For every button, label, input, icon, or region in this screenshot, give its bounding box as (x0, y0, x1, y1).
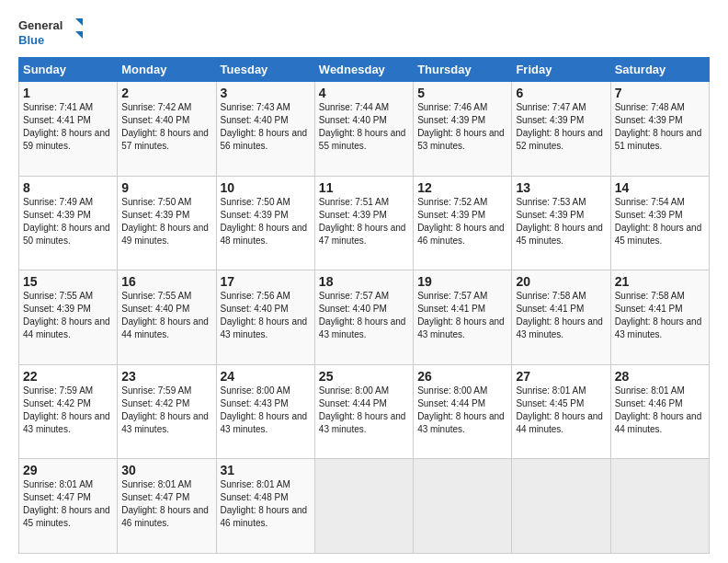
day-info: Sunrise: 7:58 AMSunset: 4:41 PMDaylight:… (516, 291, 603, 339)
day-info: Sunrise: 7:57 AMSunset: 4:40 PMDaylight:… (319, 291, 406, 339)
svg-text:General: General (18, 18, 63, 32)
day-number: 17 (221, 274, 311, 289)
svg-text:Blue: Blue (18, 33, 44, 47)
day-info: Sunrise: 7:44 AMSunset: 4:40 PMDaylight:… (319, 102, 406, 151)
day-number: 25 (319, 369, 409, 384)
day-number: 31 (221, 463, 311, 477)
calendar-cell (512, 459, 610, 554)
day-number: 3 (221, 86, 311, 100)
day-info: Sunrise: 8:00 AMSunset: 4:43 PMDaylight:… (221, 385, 308, 434)
weekday-header-cell: Saturday (610, 58, 709, 82)
day-info: Sunrise: 7:41 AMSunset: 4:41 PMDaylight:… (23, 102, 110, 151)
day-number: 29 (23, 463, 113, 477)
day-number: 22 (23, 369, 113, 384)
calendar-cell: 7 Sunrise: 7:48 AMSunset: 4:39 PMDayligh… (610, 82, 709, 177)
calendar-cell (414, 459, 512, 554)
day-info: Sunrise: 7:50 AMSunset: 4:39 PMDaylight:… (121, 197, 209, 246)
calendar-cell: 25 Sunrise: 8:00 AMSunset: 4:44 PMDaylig… (314, 364, 413, 459)
calendar-cell: 4 Sunrise: 7:44 AMSunset: 4:40 PMDayligh… (314, 82, 413, 177)
weekday-header-row: SundayMondayTuesdayWednesdayThursdayFrid… (19, 58, 710, 82)
calendar-cell (610, 459, 709, 554)
calendar-cell: 22 Sunrise: 7:59 AMSunset: 4:42 PMDaylig… (19, 364, 118, 459)
day-info: Sunrise: 7:56 AMSunset: 4:40 PMDaylight:… (221, 291, 308, 339)
day-number: 15 (23, 274, 113, 289)
day-info: Sunrise: 7:43 AMSunset: 4:40 PMDaylight:… (221, 102, 308, 151)
calendar-cell: 20 Sunrise: 7:58 AMSunset: 4:41 PMDaylig… (512, 270, 610, 365)
day-number: 21 (615, 274, 705, 289)
day-number: 2 (121, 86, 211, 100)
calendar-cell: 31 Sunrise: 8:01 AMSunset: 4:48 PMDaylig… (216, 459, 314, 554)
day-number: 27 (516, 369, 606, 384)
calendar-week-row: 29 Sunrise: 8:01 AMSunset: 4:47 PMDaylig… (19, 459, 710, 554)
day-info: Sunrise: 7:58 AMSunset: 4:41 PMDaylight:… (615, 291, 702, 339)
day-info: Sunrise: 7:55 AMSunset: 4:39 PMDaylight:… (23, 291, 110, 339)
logo: General Blue (18, 15, 83, 50)
calendar-cell: 16 Sunrise: 7:55 AMSunset: 4:40 PMDaylig… (118, 270, 216, 365)
day-number: 16 (121, 274, 211, 289)
calendar-cell (314, 459, 413, 554)
day-info: Sunrise: 7:49 AMSunset: 4:39 PMDaylight:… (23, 197, 110, 246)
calendar-week-row: 1 Sunrise: 7:41 AMSunset: 4:41 PMDayligh… (19, 82, 710, 177)
calendar-week-row: 15 Sunrise: 7:55 AMSunset: 4:39 PMDaylig… (19, 270, 710, 365)
calendar-cell: 26 Sunrise: 8:00 AMSunset: 4:44 PMDaylig… (414, 364, 512, 459)
day-info: Sunrise: 7:48 AMSunset: 4:39 PMDaylight:… (615, 102, 702, 151)
calendar-cell: 2 Sunrise: 7:42 AMSunset: 4:40 PMDayligh… (118, 82, 216, 177)
calendar-cell: 28 Sunrise: 8:01 AMSunset: 4:46 PMDaylig… (610, 364, 709, 459)
day-info: Sunrise: 8:01 AMSunset: 4:48 PMDaylight:… (221, 479, 308, 528)
day-number: 28 (615, 369, 705, 384)
day-info: Sunrise: 7:52 AMSunset: 4:39 PMDaylight:… (417, 197, 505, 246)
calendar-cell: 10 Sunrise: 7:50 AMSunset: 4:39 PMDaylig… (216, 176, 314, 270)
calendar-cell: 12 Sunrise: 7:52 AMSunset: 4:39 PMDaylig… (414, 176, 512, 270)
day-number: 18 (319, 274, 409, 289)
day-info: Sunrise: 8:01 AMSunset: 4:47 PMDaylight:… (23, 479, 110, 528)
header: General Blue (18, 15, 710, 50)
day-info: Sunrise: 8:00 AMSunset: 4:44 PMDaylight:… (417, 385, 505, 434)
calendar-cell: 30 Sunrise: 8:01 AMSunset: 4:47 PMDaylig… (118, 459, 216, 554)
day-number: 23 (121, 369, 211, 384)
day-number: 12 (417, 180, 507, 195)
calendar-cell: 5 Sunrise: 7:46 AMSunset: 4:39 PMDayligh… (414, 82, 512, 177)
calendar-cell: 27 Sunrise: 8:01 AMSunset: 4:45 PMDaylig… (512, 364, 610, 459)
day-info: Sunrise: 7:53 AMSunset: 4:39 PMDaylight:… (516, 197, 603, 246)
day-number: 20 (516, 274, 606, 289)
day-number: 6 (516, 86, 606, 100)
weekday-header-cell: Tuesday (216, 58, 314, 82)
calendar-week-row: 22 Sunrise: 7:59 AMSunset: 4:42 PMDaylig… (19, 364, 710, 459)
weekday-header-cell: Wednesday (314, 58, 413, 82)
day-number: 11 (319, 180, 409, 195)
calendar-cell: 14 Sunrise: 7:54 AMSunset: 4:39 PMDaylig… (610, 176, 709, 270)
day-info: Sunrise: 7:54 AMSunset: 4:39 PMDaylight:… (615, 197, 702, 246)
calendar-cell: 23 Sunrise: 7:59 AMSunset: 4:42 PMDaylig… (118, 364, 216, 459)
day-info: Sunrise: 7:50 AMSunset: 4:39 PMDaylight:… (221, 197, 308, 246)
calendar-cell: 19 Sunrise: 7:57 AMSunset: 4:41 PMDaylig… (414, 270, 512, 365)
calendar-cell: 11 Sunrise: 7:51 AMSunset: 4:39 PMDaylig… (314, 176, 413, 270)
day-info: Sunrise: 8:01 AMSunset: 4:46 PMDaylight:… (615, 385, 702, 434)
calendar-cell: 9 Sunrise: 7:50 AMSunset: 4:39 PMDayligh… (118, 176, 216, 270)
day-info: Sunrise: 7:51 AMSunset: 4:39 PMDaylight:… (319, 197, 406, 246)
day-info: Sunrise: 7:47 AMSunset: 4:39 PMDaylight:… (516, 102, 603, 151)
day-info: Sunrise: 7:55 AMSunset: 4:40 PMDaylight:… (121, 291, 209, 339)
calendar-cell: 13 Sunrise: 7:53 AMSunset: 4:39 PMDaylig… (512, 176, 610, 270)
day-info: Sunrise: 8:01 AMSunset: 4:45 PMDaylight:… (516, 385, 603, 434)
day-info: Sunrise: 7:59 AMSunset: 4:42 PMDaylight:… (121, 385, 209, 434)
calendar-body: 1 Sunrise: 7:41 AMSunset: 4:41 PMDayligh… (19, 82, 710, 554)
weekday-header-cell: Thursday (414, 58, 512, 82)
calendar-cell: 29 Sunrise: 8:01 AMSunset: 4:47 PMDaylig… (19, 459, 118, 554)
day-info: Sunrise: 7:42 AMSunset: 4:40 PMDaylight:… (121, 102, 209, 151)
calendar-cell: 17 Sunrise: 7:56 AMSunset: 4:40 PMDaylig… (216, 270, 314, 365)
day-info: Sunrise: 7:57 AMSunset: 4:41 PMDaylight:… (417, 291, 505, 339)
calendar-cell: 1 Sunrise: 7:41 AMSunset: 4:41 PMDayligh… (19, 82, 118, 177)
day-number: 4 (319, 86, 409, 100)
svg-marker-3 (75, 31, 83, 39)
day-info: Sunrise: 8:00 AMSunset: 4:44 PMDaylight:… (319, 385, 406, 434)
page: General Blue SundayMondayTuesdayWednesda… (0, 0, 728, 563)
day-number: 26 (417, 369, 507, 384)
weekday-header-cell: Monday (118, 58, 216, 82)
calendar-cell: 24 Sunrise: 8:00 AMSunset: 4:43 PMDaylig… (216, 364, 314, 459)
svg-marker-2 (75, 18, 83, 26)
day-number: 14 (615, 180, 705, 195)
day-number: 9 (121, 180, 211, 195)
day-info: Sunrise: 8:01 AMSunset: 4:47 PMDaylight:… (121, 479, 209, 528)
weekday-header-cell: Sunday (19, 58, 118, 82)
calendar-cell: 21 Sunrise: 7:58 AMSunset: 4:41 PMDaylig… (610, 270, 709, 365)
